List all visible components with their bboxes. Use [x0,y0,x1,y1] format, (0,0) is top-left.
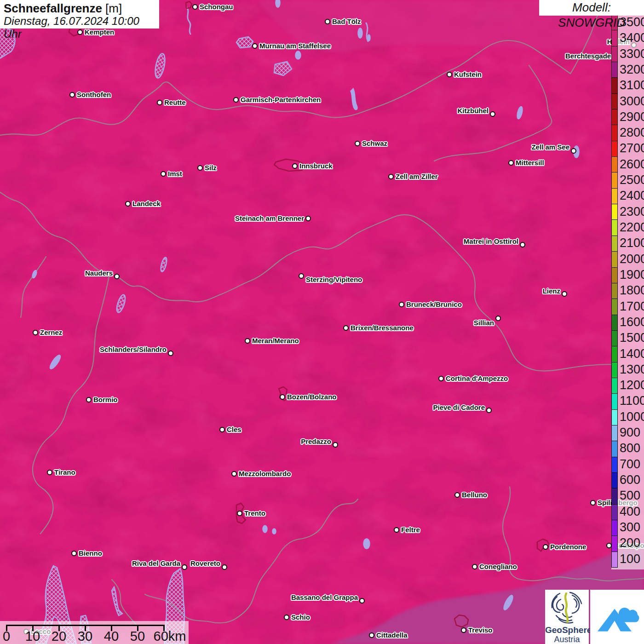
geosphere-logo-icon [545,590,589,625]
city-label: Sillian [474,318,494,328]
city-label: Innsbruck [299,161,333,171]
snowgrid-logo [590,590,644,644]
city-markers-layer: SchongauBad TölzKemptenMurnau am Staffel… [0,0,644,644]
city-label: Bozen/Bolzano [287,392,337,402]
datetime-text: Dienstag, 16.07.2024 10:00 Uhr [4,15,155,40]
city-dot [454,492,460,498]
page-title: Schneefallgrenze [m] [4,2,155,15]
city-dot [394,527,399,533]
city-label: Reutte [164,98,186,107]
city-label: Bruneck/Brunico [406,300,462,309]
city-dot [280,394,285,400]
city-label: Cles [227,425,242,434]
city-label: Kufstein [454,70,482,79]
city-label: Matrei in Osttirol [464,237,518,246]
city-label: Cortina d'Ampezzo [446,374,508,383]
city-dot [325,19,330,24]
title-unit: [m] [105,1,122,15]
city-dot [219,427,225,432]
geosphere-logo: GeoSphere Austria [545,590,589,644]
mountain-cloud-icon [590,590,644,644]
city-label: Berchtesgaden [565,52,615,61]
scalebar: 0102030405060km [0,621,189,644]
city-dot [284,615,289,620]
city-dot [197,165,203,171]
city-label: Zernez [40,328,62,337]
city-label: Bormio [93,395,118,404]
city-label: Bassano del Grappa [291,593,358,602]
weather-map-page: SchongauBad TölzKemptenMurnau am Staffel… [0,0,644,644]
city-label: Steinach am Brenner [235,214,304,223]
city-label: Schlanders/Silandro [100,345,167,354]
scalebar-label: 40 [104,628,119,644]
model-label: Modell: SNOWGRID [539,0,644,16]
city-dot [161,171,166,177]
city-dot [69,92,75,98]
city-dot [252,43,258,49]
city-label: Pieve di Cadore [433,403,485,412]
scalebar-label: 0 [3,628,10,644]
title-box: Schneefallgrenze [m] Dienstag, 16.07.202… [0,0,159,29]
city-label: Predazzo [301,437,331,446]
city-label: Zell am See [531,143,569,152]
city-label: Treviso [468,626,493,635]
city-label: Sterzing/Vipiteno [306,275,362,284]
city-dot [571,148,576,154]
city-dot [231,471,237,477]
scalebar-label: 30 [78,628,92,644]
city-dot [399,302,404,307]
geosphere-logo-text: GeoSphere [545,626,589,635]
city-dot [606,543,612,548]
city-dot [508,160,514,166]
city-dot [168,351,173,356]
city-dot [461,627,466,633]
city-dot [305,216,311,221]
city-dot [447,72,452,77]
city-label: Pordenone [550,542,586,552]
city-dot [182,564,187,570]
city-dot [520,242,525,247]
title-text: Schneefallgrenze [4,1,102,15]
city-label: Landeck [132,199,161,208]
city-label: Zell am Ziller [396,172,438,181]
city-dot [359,598,365,604]
city-dot [222,564,227,570]
city-dot [125,201,131,207]
city-dot [343,325,349,331]
city-dot [355,141,360,146]
city-label: Feltre [401,525,420,535]
city-label: Silz [205,163,217,172]
city-dot [472,564,477,569]
city-label: Schwaz [362,139,387,148]
city-label: Mittersill [516,158,544,167]
city-label: Tirano [54,468,75,477]
city-label: Conegliano [479,562,517,571]
city-label: Spilimbergo [598,498,638,507]
scalebar-label: 60km [154,628,186,644]
city-label: Codroipo [614,541,644,550]
city-dot [543,544,548,550]
city-dot [192,4,198,10]
city-dot [333,442,338,448]
city-dot [438,376,444,381]
city-dot [388,174,394,179]
scalebar-label: 20 [52,628,66,644]
city-label: Imst [168,169,182,178]
city-dot [86,397,92,402]
city-dot [71,551,77,556]
city-dot [114,274,120,279]
city-dot [237,511,242,516]
city-label: Riva del Garda [132,559,180,568]
city-label: Mezzolombardo [239,469,291,478]
city-dot [233,97,239,103]
city-dot [292,163,298,169]
city-dot [490,111,495,117]
city-dot [245,338,250,344]
city-dot [299,273,304,279]
city-label: Garmisch-Partenkirchen [241,95,321,104]
city-label: Cittadella [376,631,408,640]
city-label: Murnau am Staffelsee [259,41,331,51]
city-label: Sonthofen [77,90,111,99]
city-dot [486,408,492,413]
scalebar-label: 50 [130,628,145,644]
